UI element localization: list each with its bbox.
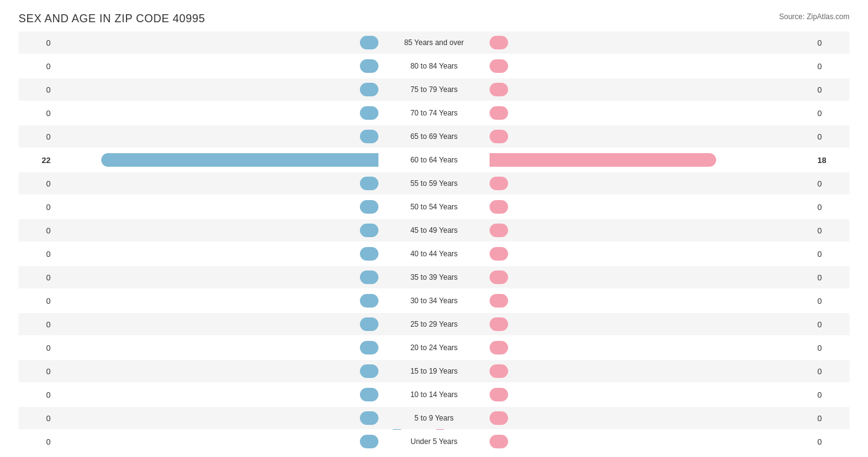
female-value: 0 (812, 367, 849, 376)
age-label: 60 to 64 Years (378, 156, 490, 164)
male-value: 0 (19, 249, 56, 259)
male-bar (360, 247, 378, 261)
male-bar-container (56, 290, 378, 312)
male-bar (101, 153, 378, 167)
bars-area: 35 to 39 Years (56, 266, 812, 288)
male-bar-container (56, 125, 378, 148)
age-row: 080 to 84 Years0 (19, 55, 849, 77)
age-label: 40 to 44 Years (378, 249, 490, 258)
female-bar (490, 388, 508, 401)
female-bar (490, 317, 508, 331)
female-bar (490, 106, 508, 120)
age-row: 055 to 59 Years0 (19, 172, 849, 195)
female-bar-container (490, 149, 812, 171)
age-row: 050 to 54 Years0 (19, 196, 849, 218)
female-bar-container (490, 360, 812, 382)
age-label: 80 to 84 Years (378, 62, 490, 70)
female-value: 18 (812, 156, 849, 165)
male-bar-container (56, 337, 378, 359)
male-bar-container (56, 172, 378, 195)
male-bar (360, 130, 378, 143)
female-value: 0 (812, 85, 849, 94)
male-value: 0 (19, 85, 56, 94)
female-bar-container (490, 125, 812, 148)
male-bar (360, 364, 378, 378)
male-value: 0 (19, 226, 56, 235)
male-bar-container (56, 196, 378, 218)
female-bar (490, 59, 508, 73)
female-bar-container (490, 196, 812, 218)
bars-area: 85 Years and over (56, 31, 812, 54)
female-bar (490, 200, 508, 214)
male-bar-container (56, 31, 378, 54)
age-row: 030 to 34 Years0 (19, 290, 849, 312)
male-value: 0 (19, 132, 56, 141)
female-value: 0 (812, 62, 849, 71)
female-value: 0 (812, 109, 849, 118)
female-bar (490, 177, 508, 190)
male-bar (360, 106, 378, 120)
female-bar (490, 83, 508, 96)
female-bar (490, 224, 508, 237)
chart-container: SEX AND AGE IN ZIP CODE 40995 Source: Zi… (0, 0, 868, 457)
chart-title: SEX AND AGE IN ZIP CODE 40995 (19, 12, 849, 25)
male-bar (360, 200, 378, 214)
male-value: 22 (19, 156, 56, 165)
age-label: Under 5 Years (378, 437, 490, 446)
bars-area: Under 5 Years (56, 430, 812, 453)
male-bar-container (56, 313, 378, 335)
age-row: 010 to 14 Years0 (19, 384, 849, 406)
bars-area: 55 to 59 Years (56, 172, 812, 195)
source-text: Source: ZipAtlas.com (779, 12, 849, 21)
male-value: 0 (19, 367, 56, 376)
bars-area: 50 to 54 Years (56, 196, 812, 218)
male-value: 0 (19, 343, 56, 353)
male-bar-container (56, 430, 378, 453)
female-bar (490, 270, 508, 284)
female-bar (490, 294, 508, 308)
age-label: 55 to 59 Years (378, 179, 490, 188)
male-bar (360, 224, 378, 237)
female-value: 0 (812, 343, 849, 353)
male-bar-container (56, 243, 378, 265)
male-bar-container (56, 55, 378, 77)
bars-area: 25 to 29 Years (56, 313, 812, 335)
bars-area: 45 to 49 Years (56, 219, 812, 241)
age-row: 040 to 44 Years0 (19, 243, 849, 265)
bars-area: 20 to 24 Years (56, 337, 812, 359)
male-bar-container (56, 407, 378, 429)
age-row: 025 to 29 Years0 (19, 313, 849, 335)
female-value: 0 (812, 203, 849, 212)
male-value: 0 (19, 273, 56, 282)
female-value: 0 (812, 437, 849, 447)
age-row: 020 to 24 Years0 (19, 337, 849, 359)
female-bar (490, 36, 508, 49)
age-label: 20 to 24 Years (378, 343, 490, 352)
female-bar-container (490, 78, 812, 101)
age-row: 045 to 49 Years0 (19, 219, 849, 241)
age-row: 2260 to 64 Years18 (19, 149, 849, 171)
age-label: 15 to 19 Years (378, 367, 490, 375)
male-bar (360, 411, 378, 425)
age-label: 75 to 79 Years (378, 85, 490, 94)
age-label: 85 Years and over (378, 38, 490, 47)
female-bar (490, 247, 508, 261)
male-bar-container (56, 102, 378, 124)
male-bar (360, 177, 378, 190)
age-label: 45 to 49 Years (378, 226, 490, 235)
male-value: 0 (19, 320, 56, 329)
male-value: 0 (19, 414, 56, 423)
male-value: 0 (19, 179, 56, 188)
male-bar (360, 83, 378, 96)
age-row: 075 to 79 Years0 (19, 78, 849, 101)
bars-area: 15 to 19 Years (56, 360, 812, 382)
male-value: 0 (19, 203, 56, 212)
male-bar-container (56, 78, 378, 101)
age-label: 35 to 39 Years (378, 273, 490, 282)
female-bar-container (490, 172, 812, 195)
female-bar (490, 411, 508, 425)
female-bar (490, 364, 508, 378)
male-value: 0 (19, 62, 56, 71)
male-bar (360, 317, 378, 331)
female-bar-container (490, 219, 812, 241)
